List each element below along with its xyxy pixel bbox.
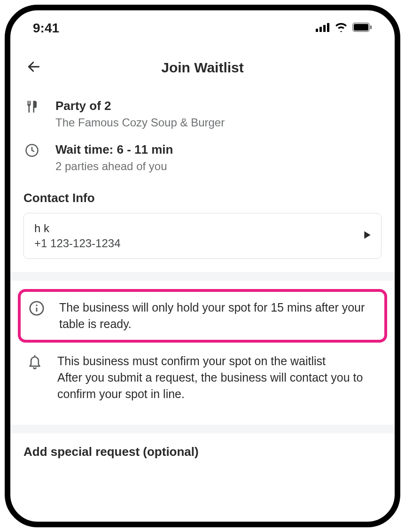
contact-header: Contact Info: [23, 191, 382, 205]
confirm-notice-body: After you submit a request, the business…: [57, 369, 380, 402]
svg-rect-5: [354, 24, 368, 31]
status-time: 9:41: [33, 21, 59, 36]
svg-point-12: [36, 305, 37, 306]
svg-rect-6: [370, 25, 372, 29]
hold-notice: The business will only hold your spot fo…: [59, 299, 378, 332]
back-button[interactable]: [23, 57, 44, 78]
status-icons: [316, 23, 372, 34]
restaurant-name: The Famous Cozy Soup & Burger: [55, 116, 225, 129]
utensils-icon: [23, 99, 40, 114]
wifi-icon: [335, 23, 348, 34]
status-bar: 9:41: [10, 10, 395, 39]
svg-rect-0: [316, 29, 318, 32]
party-row: Party of 2 The Famous Cozy Soup & Burger: [23, 92, 382, 136]
svg-rect-3: [327, 23, 329, 32]
confirm-notice-title: This business must confirm your spot on …: [57, 353, 380, 369]
wait-time: Wait time: 6 - 11 min: [55, 142, 173, 157]
contact-name: h k: [34, 222, 121, 235]
battery-icon: [352, 23, 372, 34]
nav-bar: Join Waitlist: [23, 39, 382, 92]
confirm-notice-block: This business must confirm your spot on …: [23, 349, 382, 412]
contact-phone: +1 123-123-1234: [34, 237, 121, 250]
highlighted-notice: The business will only hold your spot fo…: [18, 289, 387, 343]
svg-marker-9: [364, 231, 370, 239]
cellular-icon: [316, 23, 330, 34]
page-title: Join Waitlist: [23, 60, 382, 76]
section-divider: [10, 425, 395, 433]
contact-card[interactable]: h k +1 123-123-1234: [23, 213, 382, 259]
svg-rect-2: [323, 25, 326, 32]
special-request-header: Add special request (optional): [23, 445, 382, 459]
party-size: Party of 2: [55, 99, 225, 113]
clock-icon: [23, 142, 40, 157]
device-frame: 9:41 Join Waitlist: [5, 5, 400, 527]
info-icon: [27, 299, 46, 316]
wait-row: Wait time: 6 - 11 min 2 parties ahead of…: [23, 136, 382, 180]
svg-rect-1: [319, 27, 322, 32]
section-divider: [10, 272, 395, 281]
caret-right-icon: [364, 231, 371, 241]
bell-icon: [25, 353, 44, 370]
arrow-left-icon: [26, 59, 41, 76]
wait-queue: 2 parties ahead of you: [55, 160, 173, 173]
